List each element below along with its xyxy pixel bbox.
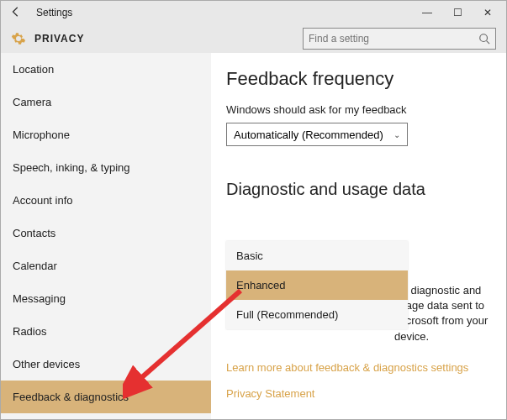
search-input[interactable] [309,33,478,45]
sidebar-item-messaging[interactable]: Messaging [1,282,211,315]
diag-option-enhanced[interactable]: Enhanced [226,270,408,300]
learn-more-link[interactable]: Learn more about feedback & diagnostics … [226,361,491,374]
diagnostic-heading: Diagnostic and usage data [226,180,491,199]
sidebar: Location Camera Microphone Speech, inkin… [1,53,211,420]
main-content: Feedback frequency Windows should ask fo… [211,53,506,420]
diag-option-full[interactable]: Full (Recommended) [226,300,408,329]
svg-line-1 [487,41,490,45]
feedback-frequency-heading: Feedback frequency [226,68,491,90]
sidebar-item-feedback-diagnostics[interactable]: Feedback & diagnostics [1,381,211,413]
header-row: PRIVACY [1,24,506,53]
close-button[interactable]: ✕ [473,7,503,18]
diagnostic-options-dropdown: Basic Enhanced Full (Recommended) [226,241,408,329]
sidebar-item-microphone[interactable]: Microphone [1,118,211,151]
chevron-down-icon: ⌄ [393,130,400,139]
select-value: Automatically (Recommended) [234,129,383,141]
privacy-statement-link[interactable]: Privacy Statement [226,387,491,400]
page-heading: PRIVACY [34,33,84,45]
sidebar-item-camera[interactable]: Camera [1,86,211,118]
title-bar: Settings — ☐ ✕ [1,1,506,24]
back-button[interactable] [4,6,28,20]
feedback-frequency-select[interactable]: Automatically (Recommended) ⌄ [226,123,408,146]
gear-icon [11,31,26,46]
feedback-label: Windows should ask for my feedback [226,103,491,116]
svg-point-0 [480,34,488,42]
maximize-button[interactable]: ☐ [442,7,473,18]
search-icon [478,33,490,45]
minimize-button[interactable]: — [412,7,442,18]
sidebar-item-location[interactable]: Location [1,53,211,86]
arrow-left-icon [10,6,22,18]
sidebar-item-calendar[interactable]: Calendar [1,249,211,282]
sidebar-item-account-info[interactable]: Account info [1,184,211,217]
search-box[interactable] [303,28,496,50]
sidebar-item-radios[interactable]: Radios [1,315,211,348]
sidebar-item-speech[interactable]: Speech, inking, & typing [1,151,211,184]
sidebar-item-other-devices[interactable]: Other devices [1,348,211,381]
window-title: Settings [36,7,72,18]
diag-option-basic[interactable]: Basic [226,241,408,270]
sidebar-item-contacts[interactable]: Contacts [1,217,211,249]
